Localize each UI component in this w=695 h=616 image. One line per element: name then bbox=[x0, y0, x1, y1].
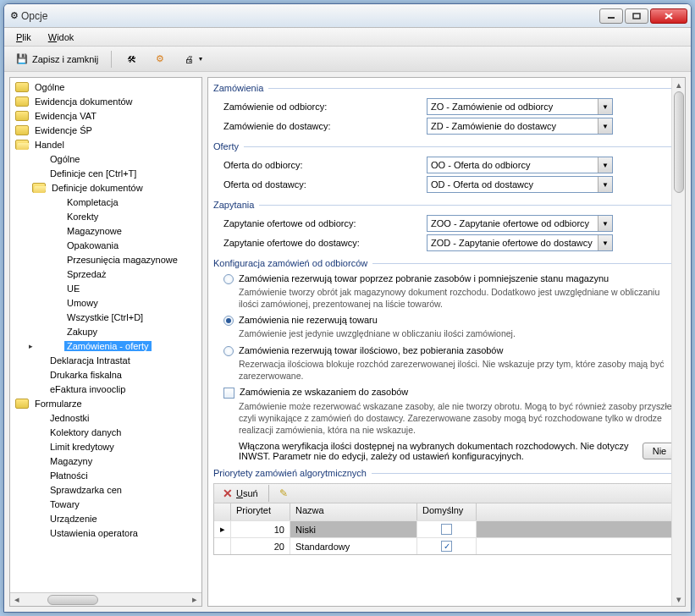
table-header: Priorytet Nazwa Domyślny bbox=[214, 503, 676, 520]
content-v-scrollbar[interactable]: ▴ ▾ bbox=[671, 78, 685, 606]
tree-item[interactable]: Ewidencja VAT bbox=[10, 108, 201, 123]
tree-item[interactable]: Formularze bbox=[10, 396, 201, 410]
label: Zapytanie ofertowe do dostawcy: bbox=[223, 238, 427, 248]
pencil-icon: ✎ bbox=[279, 487, 288, 499]
tree-item[interactable]: Towary bbox=[10, 497, 201, 511]
tree-item[interactable]: Kompletacja bbox=[10, 195, 201, 209]
save-close-button[interactable]: 💾 Zapisz i zamknij bbox=[9, 49, 104, 69]
tree-item[interactable]: Drukarka fiskalna bbox=[10, 367, 201, 382]
tree-item-label: Definicje cen [Ctrl+T] bbox=[47, 168, 139, 179]
print-button[interactable]: 🖨▾ bbox=[176, 49, 208, 69]
config-button[interactable]: ⚙ bbox=[147, 49, 173, 69]
col-domyslny[interactable]: Domyślny bbox=[417, 503, 477, 520]
folder-icon bbox=[32, 183, 46, 193]
tree-item[interactable]: eFaktura invooclip bbox=[10, 382, 201, 396]
toolbar: 💾 Zapisz i zamknij 🛠 ⚙ 🖨▾ bbox=[4, 47, 691, 72]
tree-item[interactable]: Jednostki bbox=[10, 410, 201, 425]
tree-item-label: Korekty bbox=[64, 212, 101, 222]
table-row[interactable]: 20Standardowy✓ bbox=[214, 537, 676, 554]
tools-button[interactable]: 🛠 bbox=[119, 49, 144, 69]
tree-item-label: Ewidencja dokumentów bbox=[32, 96, 135, 107]
tree-item[interactable]: Handel bbox=[10, 137, 201, 151]
description: Rezerwacja ilościowa blokuje rozchód zar… bbox=[239, 358, 676, 382]
tree-item[interactable]: Kolektory danych bbox=[10, 425, 201, 439]
edit-button[interactable]: ✎ bbox=[274, 486, 293, 501]
tree-item[interactable]: Urządzenie bbox=[10, 511, 201, 525]
radio-nie-rezerwuja[interactable]: Zamówienia nie rezerwują towaru bbox=[223, 315, 676, 326]
close-button[interactable] bbox=[650, 8, 687, 24]
tree-item[interactable]: Wszystkie [Ctrl+D] bbox=[10, 310, 201, 324]
table-toolbar: ✕Usuń ✎ bbox=[213, 483, 676, 503]
tree-item[interactable]: Ewidencja dokumentów bbox=[10, 94, 201, 108]
tree-item-label: Definicje dokumentów bbox=[49, 183, 146, 193]
tree-item[interactable]: Przesunięcia magazynowe bbox=[10, 252, 201, 267]
table-row[interactable]: ▸10Niski bbox=[214, 520, 676, 537]
tree-item[interactable]: Definicje cen [Ctrl+T] bbox=[10, 166, 201, 180]
label: Oferta do odbiorcy: bbox=[223, 160, 427, 170]
tree-item[interactable]: Magazyny bbox=[10, 454, 201, 468]
tree-item-label: Drukarka fiskalna bbox=[47, 370, 124, 380]
group-title: Oferty bbox=[213, 141, 676, 151]
folder-icon bbox=[15, 96, 29, 107]
tree-item[interactable]: Sprzedaż bbox=[10, 267, 201, 281]
tree-item[interactable]: Umowy bbox=[10, 295, 201, 310]
dropdown-zapytanie-od-odbiorcy[interactable]: ZOO - Zapytanie ofertowe od odbiorcy▼ bbox=[427, 215, 613, 232]
titlebar[interactable]: ⚙ Opcje bbox=[4, 4, 691, 28]
radio-rezerwuja-zasoby[interactable]: Zamówienia rezerwują towar poprzez pobra… bbox=[223, 273, 676, 284]
maximize-button[interactable] bbox=[625, 8, 648, 24]
tree-item[interactable]: Definicje dokumentów bbox=[10, 180, 201, 195]
tree-item-label: Przesunięcia magazynowe bbox=[64, 255, 180, 265]
dropdown-zam-od-odbiorcy[interactable]: ZO - Zamówienie od odbiorcy▼ bbox=[427, 98, 613, 115]
tree-item[interactable]: Ewidencje ŚP bbox=[10, 123, 201, 137]
minimize-button[interactable] bbox=[599, 8, 623, 24]
folder-icon bbox=[15, 140, 29, 150]
svg-rect-1 bbox=[633, 14, 640, 19]
tree-item[interactable]: Deklaracja Intrastat bbox=[10, 353, 201, 367]
tree-item[interactable]: Płatności bbox=[10, 468, 201, 482]
group-konfiguracja: Konfiguracja zamówień od odbiorców Zamów… bbox=[213, 258, 676, 461]
dropdown-zapytanie-do-dostawcy[interactable]: ZOD - Zapytanie ofertowe do dostawcy▼ bbox=[427, 234, 613, 251]
tree-item[interactable]: Zakupy bbox=[10, 324, 201, 338]
tree-item-label: Handel bbox=[32, 140, 67, 150]
tree-item-label: Sprawdzarka cen bbox=[47, 485, 124, 495]
options-tree[interactable]: OgólneEwidencja dokumentówEwidencja VATE… bbox=[9, 77, 202, 607]
folder-icon bbox=[15, 111, 29, 121]
tree-item-label: Magazynowe bbox=[64, 226, 124, 236]
tree-item[interactable]: Limit kredytowy bbox=[10, 439, 201, 454]
checkbox-wskazaniem-zasobow[interactable]: Zamówienia ze wskazaniem do zasobów bbox=[223, 387, 676, 399]
menu-plik[interactable]: Plik bbox=[9, 30, 38, 44]
tree-item[interactable]: UE bbox=[10, 281, 201, 295]
tree-item[interactable]: Zamówienia - oferty bbox=[10, 338, 201, 353]
checkbox-icon[interactable] bbox=[441, 524, 452, 535]
radio-rezerwuja-ilosc[interactable]: Zamówienia rezerwują towar ilościowo, be… bbox=[223, 345, 676, 356]
tree-item[interactable]: Opakowania bbox=[10, 238, 201, 252]
dropdown-zam-do-dostawcy[interactable]: ZD - Zamówienie do dostawcy▼ bbox=[427, 118, 613, 135]
group-title: Konfiguracja zamówień od odbiorców bbox=[213, 258, 676, 268]
menu-widok[interactable]: Widok bbox=[41, 30, 81, 44]
delete-button[interactable]: ✕Usuń bbox=[218, 485, 263, 502]
tree-item-label: Zamówienia - oferty bbox=[64, 341, 152, 351]
group-priorytety: Priorytety zamówień algorytmicznych ✕Usu… bbox=[213, 468, 676, 555]
col-nazwa[interactable]: Nazwa bbox=[290, 503, 417, 520]
description: Zamówienie jest jedynie uwzględniane w o… bbox=[239, 327, 676, 339]
tree-item-label: Ewidencja VAT bbox=[32, 111, 99, 121]
menubar: Plik Widok bbox=[4, 28, 691, 47]
checkbox-icon[interactable]: ✓ bbox=[441, 541, 452, 552]
tree-item-label: Towary bbox=[47, 499, 82, 509]
tree-item[interactable]: Magazynowe bbox=[10, 223, 201, 238]
chevron-down-icon: ▼ bbox=[598, 157, 612, 173]
checkbox-icon bbox=[223, 388, 234, 399]
tree-item[interactable]: Sprawdzarka cen bbox=[10, 482, 201, 497]
tools-icon: 🛠 bbox=[124, 52, 138, 66]
tree-h-scrollbar[interactable]: ◂ ▸ bbox=[10, 592, 201, 606]
tree-item-label: eFaktura invooclip bbox=[47, 384, 128, 394]
dropdown-oferta-od-dostawcy[interactable]: OD - Oferta od dostawcy▼ bbox=[427, 176, 613, 193]
dropdown-oferta-do-odbiorcy[interactable]: OO - Oferta do odbiorcy▼ bbox=[427, 157, 613, 173]
tree-item[interactable]: Korekty bbox=[10, 209, 201, 223]
chevron-down-icon: ▼ bbox=[598, 118, 612, 134]
tree-item[interactable]: Ustawienia operatora bbox=[10, 525, 201, 540]
priority-table[interactable]: Priorytet Nazwa Domyślny ▸10Niski20Stand… bbox=[213, 503, 676, 555]
tree-item[interactable]: Ogólne bbox=[10, 80, 201, 94]
col-priorytet[interactable]: Priorytet bbox=[231, 503, 290, 520]
tree-item[interactable]: Ogólne bbox=[10, 151, 201, 166]
